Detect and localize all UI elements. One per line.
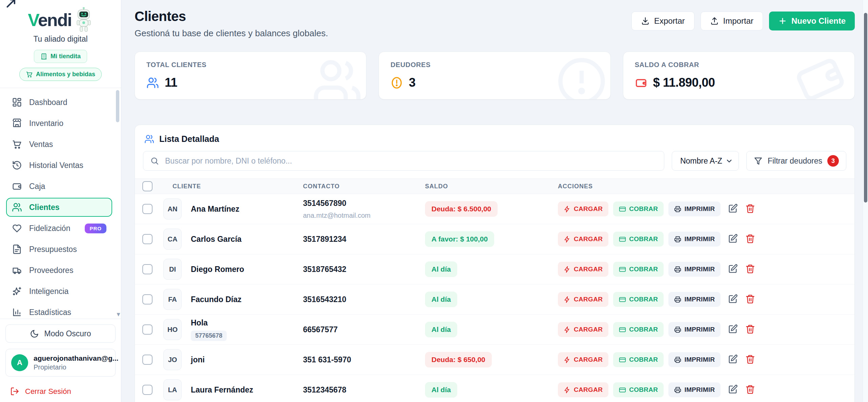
imprimir-button[interactable]: IMPRIMIR xyxy=(668,292,721,307)
client-initials: DI xyxy=(163,259,182,280)
row-checkbox[interactable] xyxy=(142,385,153,395)
search-icon xyxy=(150,156,159,165)
zap-icon xyxy=(564,296,571,303)
sidebar-scrollbar[interactable]: ▼ xyxy=(116,90,119,317)
delete-icon[interactable] xyxy=(745,324,755,335)
search-input[interactable] xyxy=(143,151,664,171)
credit-card-icon xyxy=(619,326,626,333)
sort-select[interactable]: Nombre A-Z xyxy=(672,151,739,171)
imprimir-button[interactable]: IMPRIMIR xyxy=(668,232,721,247)
imprimir-button[interactable]: IMPRIMIR xyxy=(668,352,721,367)
robot-mascot xyxy=(74,7,93,33)
dark-mode-toggle[interactable]: Modo Oscuro xyxy=(5,324,116,343)
row-checkbox[interactable] xyxy=(142,234,153,244)
new-client-button[interactable]: Nuevo Cliente xyxy=(769,12,855,30)
sidebar-nav: Dashboard Inventario Ventas Historial Ve… xyxy=(0,88,121,319)
row-checkbox[interactable] xyxy=(142,355,153,365)
printer-icon xyxy=(674,356,681,363)
chevron-down-icon xyxy=(725,157,733,165)
sidebar-item-caja[interactable]: Caja xyxy=(6,177,112,196)
cargar-button[interactable]: CARGAR xyxy=(558,292,608,307)
cobrar-button[interactable]: COBRAR xyxy=(613,382,664,397)
cargar-button[interactable]: CARGAR xyxy=(558,202,608,216)
edit-icon[interactable] xyxy=(728,354,738,365)
zap-icon xyxy=(564,236,571,243)
sidebar-item-inteligencia[interactable]: Inteligencia xyxy=(6,282,112,301)
logo-arrow-icon xyxy=(5,0,18,9)
export-button[interactable]: Exportar xyxy=(631,12,694,30)
delete-icon[interactable] xyxy=(745,384,755,395)
page-scrollbar-thumb[interactable] xyxy=(864,13,867,203)
edit-icon[interactable] xyxy=(728,264,738,275)
client-name: Ana Martínez xyxy=(191,205,239,214)
page-scrollbar[interactable] xyxy=(863,0,868,402)
sidebar-scrollbar-thumb[interactable] xyxy=(116,90,119,122)
sidebar-item-presupuestos[interactable]: Presupuestos xyxy=(6,240,112,259)
client-initials: FA xyxy=(163,289,182,310)
delete-icon[interactable] xyxy=(745,294,755,305)
delete-icon[interactable] xyxy=(745,204,755,214)
row-checkbox[interactable] xyxy=(142,264,153,274)
imprimir-button[interactable]: IMPRIMIR xyxy=(668,202,721,216)
sidebar-item-clientes[interactable]: Clientes xyxy=(6,198,112,217)
store-badge[interactable]: Mi tiendita xyxy=(34,50,87,63)
debtor-count-badge: 3 xyxy=(827,155,839,167)
user-card[interactable]: A aguerojonathanivan@g... Propietario xyxy=(5,349,116,377)
edit-icon[interactable] xyxy=(728,384,738,395)
category-badge[interactable]: Alimentos y bebidas xyxy=(19,68,102,81)
printer-icon xyxy=(674,236,681,243)
sidebar-item-proveedores[interactable]: Proveedores xyxy=(6,261,112,280)
zap-icon xyxy=(564,386,571,394)
client-initials: AN xyxy=(163,198,182,219)
cobrar-button[interactable]: COBRAR xyxy=(613,292,664,307)
filter-debtors-button[interactable]: Filtrar deudores 3 xyxy=(746,151,846,171)
page-subtitle: Gestioná tu base de clientes y balances … xyxy=(135,28,328,39)
users-icon xyxy=(146,77,159,89)
delete-icon[interactable] xyxy=(745,234,755,245)
row-checkbox[interactable] xyxy=(142,324,153,335)
sidebar-item-fidelizacion[interactable]: Fidelización PRO xyxy=(6,219,112,238)
delete-icon[interactable] xyxy=(745,264,755,275)
sidebar-item-inventario[interactable]: Inventario xyxy=(6,114,112,133)
cargar-button[interactable]: CARGAR xyxy=(558,382,608,397)
table-row: CA Carlos García 3517891234 A favor: $ 1… xyxy=(135,224,854,254)
imprimir-button[interactable]: IMPRIMIR xyxy=(668,262,721,277)
select-all-checkbox[interactable] xyxy=(142,181,153,191)
delete-icon[interactable] xyxy=(745,354,755,365)
cargar-button[interactable]: CARGAR xyxy=(558,322,608,337)
sidebar-item-estadisticas[interactable]: Estadísticas xyxy=(6,303,112,319)
sidebar-item-historial-ventas[interactable]: Historial Ventas xyxy=(6,156,112,175)
sidebar-item-dashboard[interactable]: Dashboard xyxy=(6,93,112,112)
client-name: Laura Fernández xyxy=(191,385,253,395)
saldo-badge: Al día xyxy=(425,261,457,277)
cargar-button[interactable]: CARGAR xyxy=(558,352,608,367)
user-role: Propietario xyxy=(34,363,118,371)
cargar-button[interactable]: CARGAR xyxy=(558,232,608,247)
row-checkbox[interactable] xyxy=(142,204,153,214)
scroll-down-arrow-icon[interactable]: ▼ xyxy=(116,312,121,317)
table-row: LA Laura Fernández 3512345678 Al día xyxy=(135,375,854,402)
cobrar-button[interactable]: COBRAR xyxy=(613,322,664,337)
imprimir-button[interactable]: IMPRIMIR xyxy=(668,322,721,337)
edit-icon[interactable] xyxy=(728,294,738,305)
import-button[interactable]: Importar xyxy=(701,12,763,30)
edit-icon[interactable] xyxy=(728,234,738,245)
sparkles-icon xyxy=(12,286,22,296)
cobrar-button[interactable]: COBRAR xyxy=(613,202,664,216)
saldo-badge: Al día xyxy=(425,322,457,337)
logout-button[interactable]: Cerrar Sesión xyxy=(10,387,116,396)
pro-badge: PRO xyxy=(85,224,106,233)
cobrar-button[interactable]: COBRAR xyxy=(613,232,664,247)
cobrar-button[interactable]: COBRAR xyxy=(613,262,664,277)
imprimir-button[interactable]: IMPRIMIR xyxy=(668,382,721,397)
cargar-button[interactable]: CARGAR xyxy=(558,262,608,277)
edit-icon[interactable] xyxy=(728,204,738,214)
row-checkbox[interactable] xyxy=(142,294,153,304)
printer-icon xyxy=(674,206,681,213)
client-name: Diego Romero xyxy=(191,265,244,274)
sidebar-item-ventas[interactable]: Ventas xyxy=(6,135,112,154)
credit-card-icon xyxy=(619,386,626,394)
edit-icon[interactable] xyxy=(728,324,738,335)
cobrar-button[interactable]: COBRAR xyxy=(613,352,664,367)
client-phone: 3512345678 xyxy=(303,385,425,395)
